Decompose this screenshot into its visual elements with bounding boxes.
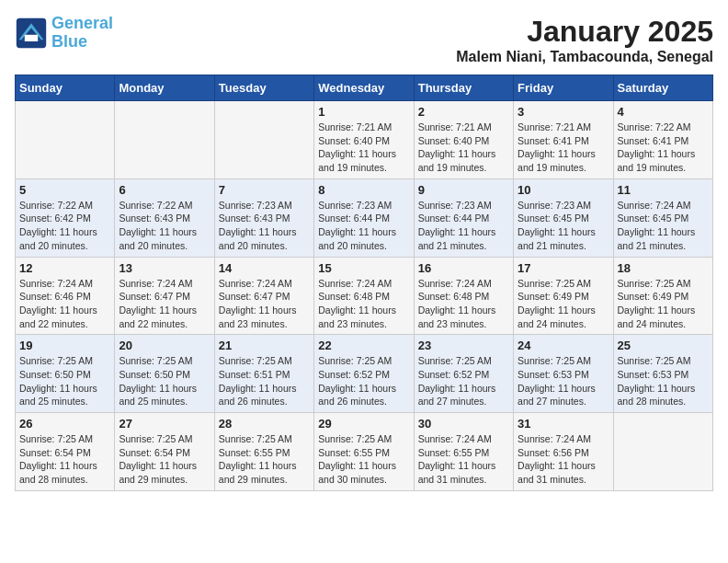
day-number: 15 bbox=[318, 261, 409, 275]
day-number: 2 bbox=[418, 105, 509, 119]
day-info: Sunrise: 7:25 AM Sunset: 6:53 PM Dayligh… bbox=[618, 354, 709, 408]
weekday-header-sunday: Sunday bbox=[16, 75, 115, 101]
calendar-week-2: 5Sunrise: 7:22 AM Sunset: 6:42 PM Daylig… bbox=[16, 178, 713, 257]
calendar-week-4: 19Sunrise: 7:25 AM Sunset: 6:50 PM Dayli… bbox=[16, 335, 713, 413]
day-info: Sunrise: 7:23 AM Sunset: 6:45 PM Dayligh… bbox=[518, 199, 609, 253]
title-block: January 2025 Malem Niani, Tambacounda, S… bbox=[456, 15, 713, 65]
calendar-cell: 7Sunrise: 7:23 AM Sunset: 6:43 PM Daylig… bbox=[214, 178, 313, 257]
day-info: Sunrise: 7:25 AM Sunset: 6:54 PM Dayligh… bbox=[119, 432, 210, 487]
calendar-cell: 3Sunrise: 7:21 AM Sunset: 6:41 PM Daylig… bbox=[514, 101, 613, 179]
calendar-cell: 24Sunrise: 7:25 AM Sunset: 6:53 PM Dayli… bbox=[514, 335, 613, 413]
calendar-cell: 31Sunrise: 7:24 AM Sunset: 6:56 PM Dayli… bbox=[514, 413, 613, 491]
calendar-cell: 17Sunrise: 7:25 AM Sunset: 6:49 PM Dayli… bbox=[514, 257, 613, 335]
calendar-header: SundayMondayTuesdayWednesdayThursdayFrid… bbox=[16, 75, 713, 101]
weekday-header-monday: Monday bbox=[115, 75, 214, 101]
day-number: 12 bbox=[19, 261, 110, 275]
day-number: 7 bbox=[219, 183, 310, 197]
calendar-cell: 22Sunrise: 7:25 AM Sunset: 6:52 PM Dayli… bbox=[314, 335, 414, 413]
calendar-cell: 1Sunrise: 7:21 AM Sunset: 6:40 PM Daylig… bbox=[314, 101, 414, 179]
weekday-header-wednesday: Wednesday bbox=[314, 75, 414, 101]
day-info: Sunrise: 7:25 AM Sunset: 6:52 PM Dayligh… bbox=[418, 354, 509, 408]
logo-text: General Blue bbox=[51, 15, 113, 52]
day-number: 9 bbox=[418, 183, 509, 197]
weekday-header-thursday: Thursday bbox=[414, 75, 513, 101]
day-info: Sunrise: 7:22 AM Sunset: 6:42 PM Dayligh… bbox=[19, 199, 110, 253]
day-number: 17 bbox=[518, 261, 609, 275]
day-number: 1 bbox=[318, 105, 409, 119]
calendar-cell: 12Sunrise: 7:24 AM Sunset: 6:46 PM Dayli… bbox=[16, 257, 115, 335]
day-info: Sunrise: 7:25 AM Sunset: 6:51 PM Dayligh… bbox=[219, 354, 310, 408]
day-info: Sunrise: 7:25 AM Sunset: 6:50 PM Dayligh… bbox=[119, 354, 210, 408]
day-number: 3 bbox=[518, 105, 609, 119]
calendar-cell: 15Sunrise: 7:24 AM Sunset: 6:48 PM Dayli… bbox=[314, 257, 414, 335]
day-info: Sunrise: 7:25 AM Sunset: 6:49 PM Dayligh… bbox=[618, 277, 709, 331]
day-number: 16 bbox=[418, 261, 509, 275]
svg-rect-3 bbox=[25, 35, 38, 41]
calendar-cell: 20Sunrise: 7:25 AM Sunset: 6:50 PM Dayli… bbox=[115, 335, 214, 413]
day-info: Sunrise: 7:21 AM Sunset: 6:40 PM Dayligh… bbox=[318, 121, 409, 175]
day-info: Sunrise: 7:24 AM Sunset: 6:48 PM Dayligh… bbox=[418, 277, 509, 331]
calendar-cell bbox=[115, 101, 214, 179]
day-number: 10 bbox=[518, 183, 609, 197]
month-title: January 2025 bbox=[456, 15, 713, 49]
calendar-table: SundayMondayTuesdayWednesdayThursdayFrid… bbox=[15, 75, 713, 491]
calendar-cell: 21Sunrise: 7:25 AM Sunset: 6:51 PM Dayli… bbox=[214, 335, 313, 413]
day-number: 29 bbox=[318, 417, 409, 431]
day-number: 30 bbox=[418, 417, 509, 431]
day-number: 25 bbox=[618, 339, 709, 352]
calendar-week-3: 12Sunrise: 7:24 AM Sunset: 6:46 PM Dayli… bbox=[16, 257, 713, 335]
day-info: Sunrise: 7:22 AM Sunset: 6:41 PM Dayligh… bbox=[618, 121, 709, 175]
calendar-cell: 2Sunrise: 7:21 AM Sunset: 6:40 PM Daylig… bbox=[414, 101, 513, 179]
calendar-cell bbox=[16, 101, 115, 179]
day-number: 6 bbox=[119, 183, 210, 197]
calendar-cell: 18Sunrise: 7:25 AM Sunset: 6:49 PM Dayli… bbox=[613, 257, 712, 335]
day-number: 23 bbox=[418, 339, 509, 352]
calendar-cell: 26Sunrise: 7:25 AM Sunset: 6:54 PM Dayli… bbox=[16, 413, 115, 491]
weekday-header-saturday: Saturday bbox=[613, 75, 712, 101]
day-info: Sunrise: 7:24 AM Sunset: 6:56 PM Dayligh… bbox=[518, 432, 609, 487]
calendar-week-1: 1Sunrise: 7:21 AM Sunset: 6:40 PM Daylig… bbox=[16, 101, 713, 179]
day-number: 13 bbox=[119, 261, 210, 275]
day-info: Sunrise: 7:25 AM Sunset: 6:49 PM Dayligh… bbox=[518, 277, 609, 331]
weekday-header-tuesday: Tuesday bbox=[214, 75, 313, 101]
calendar-cell: 10Sunrise: 7:23 AM Sunset: 6:45 PM Dayli… bbox=[514, 178, 613, 257]
calendar-cell: 13Sunrise: 7:24 AM Sunset: 6:47 PM Dayli… bbox=[115, 257, 214, 335]
day-info: Sunrise: 7:25 AM Sunset: 6:52 PM Dayligh… bbox=[318, 354, 409, 408]
day-info: Sunrise: 7:25 AM Sunset: 6:50 PM Dayligh… bbox=[19, 354, 110, 408]
calendar-cell: 28Sunrise: 7:25 AM Sunset: 6:55 PM Dayli… bbox=[214, 413, 313, 491]
day-info: Sunrise: 7:24 AM Sunset: 6:48 PM Dayligh… bbox=[318, 277, 409, 331]
logo-icon bbox=[15, 17, 48, 50]
day-number: 4 bbox=[618, 105, 709, 119]
day-number: 31 bbox=[518, 417, 609, 431]
day-info: Sunrise: 7:24 AM Sunset: 6:47 PM Dayligh… bbox=[219, 277, 310, 331]
calendar-cell: 14Sunrise: 7:24 AM Sunset: 6:47 PM Dayli… bbox=[214, 257, 313, 335]
calendar-cell: 25Sunrise: 7:25 AM Sunset: 6:53 PM Dayli… bbox=[613, 335, 712, 413]
calendar-cell: 16Sunrise: 7:24 AM Sunset: 6:48 PM Dayli… bbox=[414, 257, 513, 335]
day-info: Sunrise: 7:24 AM Sunset: 6:46 PM Dayligh… bbox=[19, 277, 110, 331]
day-info: Sunrise: 7:23 AM Sunset: 6:44 PM Dayligh… bbox=[418, 199, 509, 253]
day-number: 14 bbox=[219, 261, 310, 275]
day-number: 24 bbox=[518, 339, 609, 352]
day-number: 11 bbox=[618, 183, 709, 197]
calendar-cell: 29Sunrise: 7:25 AM Sunset: 6:55 PM Dayli… bbox=[314, 413, 414, 491]
day-info: Sunrise: 7:25 AM Sunset: 6:55 PM Dayligh… bbox=[318, 432, 409, 487]
calendar-cell: 9Sunrise: 7:23 AM Sunset: 6:44 PM Daylig… bbox=[414, 178, 513, 257]
location-title: Malem Niani, Tambacounda, Senegal bbox=[456, 49, 713, 65]
day-info: Sunrise: 7:23 AM Sunset: 6:43 PM Dayligh… bbox=[219, 199, 310, 253]
calendar-cell: 8Sunrise: 7:23 AM Sunset: 6:44 PM Daylig… bbox=[314, 178, 414, 257]
day-number: 27 bbox=[119, 417, 210, 431]
day-info: Sunrise: 7:25 AM Sunset: 6:53 PM Dayligh… bbox=[518, 354, 609, 408]
day-number: 22 bbox=[318, 339, 409, 352]
calendar-week-5: 26Sunrise: 7:25 AM Sunset: 6:54 PM Dayli… bbox=[16, 413, 713, 491]
day-number: 28 bbox=[219, 417, 310, 431]
calendar-cell: 6Sunrise: 7:22 AM Sunset: 6:43 PM Daylig… bbox=[115, 178, 214, 257]
day-number: 26 bbox=[19, 417, 110, 431]
day-number: 21 bbox=[219, 339, 310, 352]
day-number: 18 bbox=[618, 261, 709, 275]
day-number: 19 bbox=[19, 339, 110, 352]
calendar-cell bbox=[613, 413, 712, 491]
header: General Blue January 2025 Malem Niani, T… bbox=[15, 15, 713, 65]
calendar-cell bbox=[214, 101, 313, 179]
day-info: Sunrise: 7:24 AM Sunset: 6:47 PM Dayligh… bbox=[119, 277, 210, 331]
day-info: Sunrise: 7:25 AM Sunset: 6:54 PM Dayligh… bbox=[19, 432, 110, 487]
